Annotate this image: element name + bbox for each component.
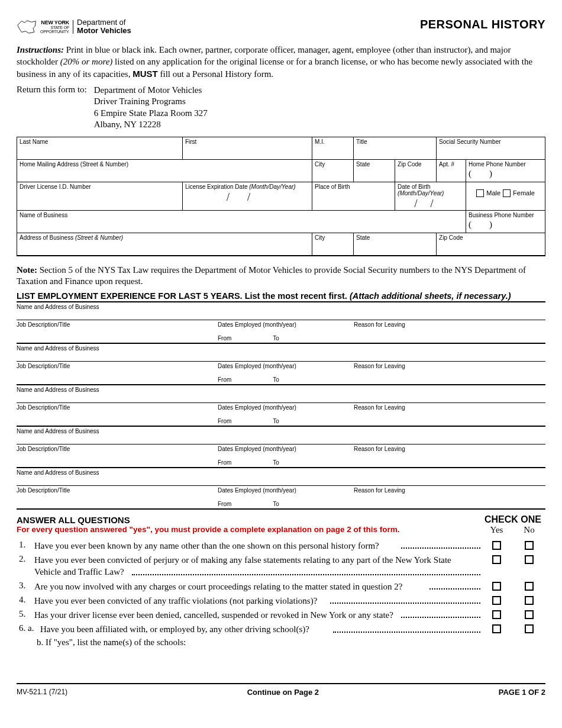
last-name-field[interactable]: Last Name bbox=[17, 137, 183, 159]
emp-dates-field[interactable]: Dates Employed (month/year)FromTo bbox=[218, 404, 354, 426]
yes-no-head: YesNo bbox=[480, 525, 545, 535]
mi-field[interactable]: M.I. bbox=[312, 137, 354, 159]
home-address-field[interactable]: Home Mailing Address (Street & Number) bbox=[17, 159, 312, 182]
q6-yes-checkbox[interactable] bbox=[492, 624, 501, 633]
question-3: 3. Are you now involved with any charges… bbox=[17, 581, 545, 592]
employment-block: Name and Address of BusinessJob Descript… bbox=[17, 468, 545, 510]
q6-no-checkbox[interactable] bbox=[525, 624, 534, 633]
female-checkbox[interactable] bbox=[503, 189, 511, 197]
male-checkbox[interactable] bbox=[476, 189, 484, 197]
title-field[interactable]: Title bbox=[354, 137, 437, 159]
emp-job-title-field[interactable]: Job Description/Title bbox=[17, 404, 218, 426]
dept-name: Department of Motor Vehicles bbox=[77, 18, 131, 36]
city-field[interactable]: City bbox=[312, 159, 354, 182]
q3-yes-checkbox[interactable] bbox=[492, 582, 501, 591]
zip-field[interactable]: Zip Code bbox=[395, 159, 437, 182]
business-name-field[interactable]: Name of Business bbox=[17, 211, 466, 233]
header: NEW YORK STATE OF OPPORTUNITY. Departmen… bbox=[17, 18, 545, 36]
question-5: 5. Has your driver license ever been den… bbox=[17, 609, 545, 621]
emp-dates-field[interactable]: Dates Employed (month/year)FromTo bbox=[218, 446, 354, 467]
employment-block: Name and Address of BusinessJob Descript… bbox=[17, 344, 545, 385]
continue-text: Continue on Page 2 bbox=[247, 688, 319, 697]
emp-reason-field[interactable]: Reason for Leaving bbox=[354, 404, 545, 426]
biz-city-field[interactable]: City bbox=[312, 233, 354, 256]
employment-section-head: LIST EMPLOYMENT EXPERIENCE FOR LAST 5 YE… bbox=[17, 291, 545, 302]
emp-job-title-field[interactable]: Job Description/Title bbox=[17, 363, 218, 384]
emp-name-addr-field[interactable]: Name and Address of Business bbox=[17, 344, 545, 362]
dob-field[interactable]: Date of Birth (Month/Day/Year)// bbox=[395, 182, 466, 211]
employment-block: Name and Address of BusinessJob Descript… bbox=[17, 385, 545, 427]
q5-yes-checkbox[interactable] bbox=[492, 610, 501, 619]
red-instruction: For every question answered "yes", you m… bbox=[17, 525, 399, 534]
answer-section-head: ANSWER ALL QUESTIONS CHECK ONE bbox=[17, 514, 545, 525]
q5-no-checkbox[interactable] bbox=[525, 610, 534, 619]
footer: MV-521.1 (7/21) Continue on Page 2 PAGE … bbox=[17, 683, 545, 697]
pob-field[interactable]: Place of Birth bbox=[312, 182, 395, 211]
question-4: 4. Have you ever been convicted of any t… bbox=[17, 595, 545, 607]
emp-job-title-field[interactable]: Job Description/Title bbox=[17, 321, 218, 343]
biz-state-field[interactable]: State bbox=[354, 233, 437, 256]
state-field[interactable]: State bbox=[354, 159, 395, 182]
form-id: MV-521.1 (7/21) bbox=[17, 688, 67, 696]
home-phone-field[interactable]: Home Phone Number( ) bbox=[466, 159, 545, 182]
emp-reason-field[interactable]: Reason for Leaving bbox=[354, 446, 545, 467]
ny-state-outline-icon bbox=[17, 18, 37, 36]
q4-yes-checkbox[interactable] bbox=[492, 596, 501, 605]
q1-no-checkbox[interactable] bbox=[525, 541, 534, 550]
emp-dates-field[interactable]: Dates Employed (month/year)FromTo bbox=[218, 363, 354, 384]
q1-yes-checkbox[interactable] bbox=[492, 541, 501, 550]
dlid-field[interactable]: Driver License I.D. Number bbox=[17, 182, 183, 211]
emp-name-addr-field[interactable]: Name and Address of Business bbox=[17, 468, 545, 486]
apt-field[interactable]: Apt. # bbox=[437, 159, 466, 182]
personal-info-grid: Last Name First M.I. Title Social Securi… bbox=[17, 137, 545, 256]
emp-job-title-field[interactable]: Job Description/Title bbox=[17, 446, 218, 467]
ssn-field[interactable]: Social Security Number bbox=[437, 137, 545, 159]
sex-field[interactable]: Male Female bbox=[466, 182, 545, 211]
instructions: Instructions: Print in blue or black ink… bbox=[17, 44, 545, 80]
question-6b: b. If "yes", list the name(s) of the sch… bbox=[17, 637, 545, 648]
agency-logo: NEW YORK STATE OF OPPORTUNITY. Departmen… bbox=[17, 18, 131, 36]
question-2: 2. Have you ever been convicted of perju… bbox=[17, 554, 545, 578]
q2-yes-checkbox[interactable] bbox=[492, 555, 501, 564]
business-address-field[interactable]: Address of Business (Street & Number) bbox=[17, 233, 312, 256]
license-exp-field[interactable]: License Expiration Date (Month/Day/Year)… bbox=[182, 182, 312, 211]
emp-dates-field[interactable]: Dates Employed (month/year)FromTo bbox=[218, 487, 354, 508]
emp-reason-field[interactable]: Reason for Leaving bbox=[354, 487, 545, 508]
business-phone-field[interactable]: Business Phone Number( ) bbox=[466, 211, 545, 233]
return-address: Return this form to: Department of Motor… bbox=[17, 85, 545, 131]
question-1: 1. Have you ever been known by any name … bbox=[17, 540, 545, 552]
employment-block: Name and Address of BusinessJob Descript… bbox=[17, 302, 545, 344]
note: Note: Section 5 of the NYS Tax Law requi… bbox=[17, 265, 545, 288]
page: NEW YORK STATE OF OPPORTUNITY. Departmen… bbox=[0, 0, 562, 706]
emp-name-addr-field[interactable]: Name and Address of Business bbox=[17, 302, 545, 320]
first-name-field[interactable]: First bbox=[182, 137, 312, 159]
emp-dates-field[interactable]: Dates Employed (month/year)FromTo bbox=[218, 321, 354, 343]
page-number: PAGE 1 OF 2 bbox=[499, 688, 545, 697]
form-title: PERSONAL HISTORY bbox=[420, 18, 545, 31]
ny-text: NEW YORK STATE OF OPPORTUNITY. bbox=[40, 20, 73, 34]
biz-zip-field[interactable]: Zip Code bbox=[437, 233, 545, 256]
employment-block: Name and Address of BusinessJob Descript… bbox=[17, 427, 545, 468]
emp-name-addr-field[interactable]: Name and Address of Business bbox=[17, 385, 545, 403]
q2-no-checkbox[interactable] bbox=[525, 555, 534, 564]
question-6a: 6. a. Have you been affiliated with, or … bbox=[17, 623, 545, 635]
emp-reason-field[interactable]: Reason for Leaving bbox=[354, 363, 545, 384]
emp-job-title-field[interactable]: Job Description/Title bbox=[17, 487, 218, 508]
emp-name-addr-field[interactable]: Name and Address of Business bbox=[17, 427, 545, 444]
q4-no-checkbox[interactable] bbox=[525, 596, 534, 605]
emp-reason-field[interactable]: Reason for Leaving bbox=[354, 321, 545, 343]
q3-no-checkbox[interactable] bbox=[525, 582, 534, 591]
